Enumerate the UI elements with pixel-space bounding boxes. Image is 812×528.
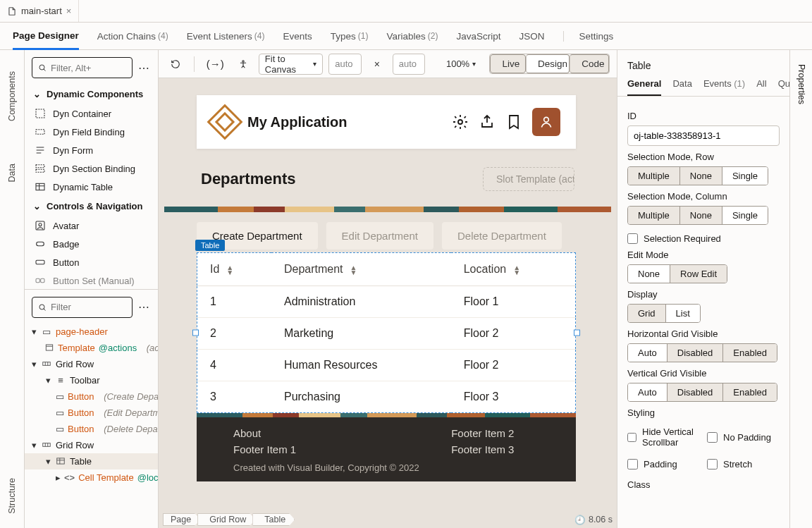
opt-none[interactable]: None <box>628 265 670 283</box>
col-department[interactable]: Department▲▼ <box>271 253 451 286</box>
table-component[interactable]: Table Id▲▼ Department▲▼ Location▲▼ 1Admi… <box>197 252 576 413</box>
chk-no-padding[interactable]: No Padding <box>707 426 780 448</box>
opt-multiple[interactable]: Multiple <box>628 207 679 224</box>
mode-design[interactable]: Design <box>526 54 570 73</box>
props-tab-quickstart[interactable]: Quick S <box>778 78 789 96</box>
opt-enabled[interactable]: Enabled <box>722 344 777 362</box>
opt-list[interactable]: List <box>665 305 700 322</box>
table-row[interactable]: 3PurchasingFloor 3 <box>197 381 576 413</box>
resize-handle-left[interactable] <box>192 330 199 336</box>
components-more-menu[interactable]: ⋯ <box>138 61 151 75</box>
tab-event-listeners[interactable]: Event Listeners(4) <box>187 31 265 42</box>
opt-single[interactable]: Single <box>722 167 768 185</box>
tab-settings[interactable]: Settings <box>563 31 614 42</box>
structure-more-menu[interactable]: ⋯ <box>138 300 151 314</box>
canvas-width-input[interactable]: auto <box>328 54 362 75</box>
item-badge[interactable]: Badge <box>25 235 158 253</box>
fit-select[interactable]: Fit to Canvas▾ <box>259 54 323 75</box>
node-page-header[interactable]: ▾▭page-header <box>25 324 158 340</box>
item-avatar[interactable]: Avatar <box>25 216 158 235</box>
close-icon[interactable]: × <box>66 6 72 16</box>
node-btn-edit[interactable]: ▭Button (Edit Department) <box>25 405 158 421</box>
tab-action-chains[interactable]: Action Chains(4) <box>97 31 168 42</box>
props-tab-general[interactable]: General <box>627 78 661 97</box>
bc-table[interactable]: Table <box>252 513 295 526</box>
opt-disabled[interactable]: Disabled <box>667 383 723 401</box>
rail-properties[interactable]: Properties <box>796 64 806 104</box>
node-toolbar[interactable]: ▾≡Toolbar <box>25 372 158 388</box>
accessibility-button[interactable] <box>233 54 253 74</box>
input-id[interactable] <box>627 125 780 146</box>
col-id[interactable]: Id▲▼ <box>197 253 271 286</box>
props-tab-all[interactable]: All <box>756 78 766 96</box>
item-button[interactable]: Button <box>25 253 158 271</box>
components-filter-input[interactable] <box>51 63 126 73</box>
gear-icon[interactable] <box>452 113 469 130</box>
item-dyn-form[interactable]: Dyn Form <box>25 141 158 159</box>
chk-selection-required[interactable]: Selection Required <box>627 233 780 244</box>
share-icon[interactable] <box>479 113 496 130</box>
bookmark-icon[interactable] <box>505 113 522 130</box>
tab-types[interactable]: Types(1) <box>331 31 369 42</box>
canvas-height-input[interactable]: auto <box>393 54 426 75</box>
delete-department-button[interactable]: Delete Department <box>442 222 562 250</box>
structure-filter[interactable] <box>32 297 133 318</box>
bc-gridrow[interactable]: Grid Row <box>197 513 255 526</box>
node-btn-create[interactable]: ▭Button (Create Department) <box>25 388 158 405</box>
rail-structure[interactable]: Structure <box>7 478 17 514</box>
user-avatar[interactable] <box>532 108 560 136</box>
mode-code[interactable]: Code <box>570 54 609 73</box>
components-filter[interactable] <box>32 57 133 78</box>
opt-auto[interactable]: Auto <box>628 383 667 401</box>
tab-events[interactable]: Events <box>283 31 312 42</box>
zoom-select[interactable]: 100% ▾ <box>443 54 478 74</box>
width-mode-button[interactable]: (→) <box>203 54 228 74</box>
size-lock-button[interactable]: × <box>367 54 387 74</box>
footer-link[interactable]: Footer Item 2 <box>451 427 514 439</box>
props-tab-events[interactable]: Events (1) <box>703 78 745 96</box>
opt-multiple[interactable]: Multiple <box>628 167 679 185</box>
table-row[interactable]: 4Human ResourcesFloor 2 <box>197 350 576 381</box>
item-dyn-container[interactable]: Dyn Container <box>25 104 158 123</box>
node-grid-row-1[interactable]: ▾Grid Row <box>25 356 158 372</box>
footer-link[interactable]: Footer Item 3 <box>451 443 514 455</box>
tab-json[interactable]: JSON <box>519 31 545 42</box>
node-cell-template[interactable]: ▸<>Cell Template@location <box>25 469 158 486</box>
node-btn-delete[interactable]: ▭Button (Delete Department) <box>25 421 158 437</box>
chk-padding[interactable]: Padding <box>627 459 700 469</box>
item-dyn-section-binding[interactable]: Dyn Section Binding <box>25 159 158 178</box>
item-dynamic-table[interactable]: Dynamic Table <box>25 178 158 196</box>
footer-link[interactable]: About <box>233 427 296 439</box>
item-dyn-field-binding[interactable]: Dyn Field Binding <box>25 123 158 141</box>
group-dynamic-components[interactable]: ⌄ Dynamic Components <box>25 84 158 104</box>
opt-enabled[interactable]: Enabled <box>722 383 777 401</box>
opt-none[interactable]: None <box>679 167 722 185</box>
opt-none[interactable]: None <box>679 207 722 224</box>
opt-single[interactable]: Single <box>722 207 768 224</box>
node-grid-row-2[interactable]: ▾Grid Row <box>25 437 158 453</box>
table-row[interactable]: 1AdministrationFloor 1 <box>197 286 576 318</box>
reload-button[interactable] <box>166 54 185 74</box>
group-controls-navigation[interactable]: ⌄ Controls & Navigation <box>25 196 158 216</box>
opt-row-edit[interactable]: Row Edit <box>670 265 727 283</box>
opt-auto[interactable]: Auto <box>628 344 667 362</box>
tab-page-designer[interactable]: Page Designer <box>13 30 79 50</box>
tab-javascript[interactable]: JavaScript <box>457 31 501 42</box>
table-row[interactable]: 2MarketingFloor 2 <box>197 318 576 350</box>
rail-components[interactable]: Components <box>7 71 17 121</box>
col-location[interactable]: Location▲▼ <box>451 253 576 286</box>
props-tab-data[interactable]: Data <box>672 78 691 96</box>
mode-live[interactable]: Live <box>490 54 526 73</box>
footer-link[interactable]: Footer Item 1 <box>233 443 296 455</box>
file-tab-main-start[interactable]: main-start × <box>0 0 79 22</box>
edit-department-button[interactable]: Edit Department <box>326 222 433 250</box>
bc-page[interactable]: Page <box>163 513 200 526</box>
opt-disabled[interactable]: Disabled <box>667 344 723 362</box>
tab-variables[interactable]: Variables(2) <box>387 31 438 42</box>
chk-hide-vscroll[interactable]: Hide Vertical Scrollbar <box>627 426 700 448</box>
node-table[interactable]: ▾Table <box>25 453 158 469</box>
rail-data[interactable]: Data <box>7 164 17 182</box>
opt-grid[interactable]: Grid <box>628 305 665 322</box>
chk-stretch[interactable]: Stretch <box>707 459 780 469</box>
resize-handle-right[interactable] <box>574 330 580 336</box>
